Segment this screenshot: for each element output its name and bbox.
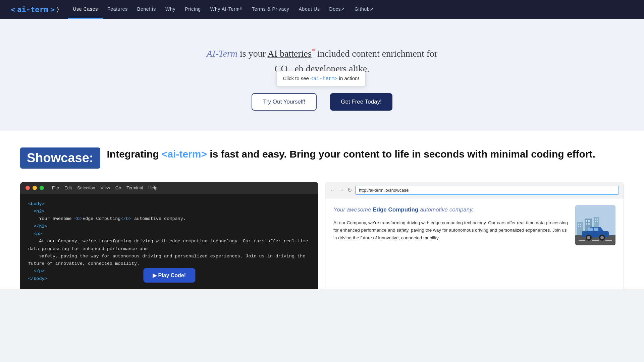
showcase-description: Integrating <ai-term> is fast and easy. … <box>107 147 595 161</box>
dot-yellow[interactable] <box>33 186 37 190</box>
nav-link-pricing[interactable]: Pricing <box>180 0 206 19</box>
navbar: <ai-term> 〉 Use Cases Features Benefits … <box>0 0 644 19</box>
panels-row: File Edit Selection View Go Terminal Hel… <box>20 182 624 289</box>
browser-title-suffix: automotive company. <box>420 206 474 213</box>
logo-bracket-close: > <box>50 5 55 14</box>
svg-rect-12 <box>595 219 596 220</box>
terminal-menu-selection[interactable]: Selection <box>77 185 95 190</box>
showcase-header: Showcase: Integrating <ai-term> is fast … <box>20 147 624 169</box>
tooltip-code: <ai-term> <box>310 75 337 81</box>
svg-rect-18 <box>592 240 599 241</box>
browser-url-input[interactable] <box>355 186 619 195</box>
browser-back-btn[interactable]: ← <box>330 187 335 193</box>
nav-link-terms[interactable]: Terms & Privacy <box>247 0 294 19</box>
get-free-button[interactable]: Get Free Today! <box>330 93 392 111</box>
logo-bracket-open: < <box>11 5 15 14</box>
nav-link-docs[interactable]: Docs↗ <box>325 0 350 19</box>
svg-rect-2 <box>578 224 579 225</box>
hero-asterisk: * <box>312 47 315 55</box>
code-line-1: <body> <box>28 200 310 208</box>
browser-panel: ← → ↻ Your awesome Edge Computing automo… <box>325 182 624 289</box>
svg-rect-13 <box>597 219 598 220</box>
terminal-menu-file[interactable]: File <box>52 185 59 190</box>
svg-rect-19 <box>605 240 612 241</box>
code-line-7: safety, paving the way for autonomous dr… <box>28 253 310 268</box>
tooltip-text-prefix: Click to see <box>283 75 309 81</box>
browser-titlebar: ← → ↻ <box>325 182 624 198</box>
code-line-2: <h2> <box>28 208 310 215</box>
nav-link-benefits[interactable]: Benefits <box>132 0 161 19</box>
terminal-menu-edit[interactable]: Edit <box>64 185 72 190</box>
svg-rect-14 <box>595 221 596 222</box>
svg-point-27 <box>600 236 604 239</box>
hero-tagline: AI-Term is your AI batteries* included c… <box>171 46 473 76</box>
browser-content-title: Your awesome Edge Computing automotive c… <box>333 205 570 215</box>
terminal-panel: File Edit Selection View Go Terminal Hel… <box>20 182 318 289</box>
code-line-3: Your awesome <b>Edge Computing</b> autom… <box>28 215 310 223</box>
play-code-button[interactable]: ▶ Play Code! <box>143 268 195 283</box>
logo-name: ai-term <box>17 5 48 14</box>
nav-logo[interactable]: <ai-term> 〉 <box>11 5 59 14</box>
svg-rect-5 <box>580 226 581 227</box>
terminal-menu-view[interactable]: View <box>101 185 110 190</box>
hero-section: AI-Term is your AI batteries* included c… <box>0 19 644 131</box>
dot-green[interactable] <box>40 186 44 190</box>
browser-body: Your awesome Edge Computing automotive c… <box>325 198 624 252</box>
nav-link-use-cases[interactable]: Use Cases <box>68 0 103 19</box>
svg-rect-15 <box>597 221 598 222</box>
logo-chevron: 〉 <box>57 6 59 13</box>
nav-link-why[interactable]: Why <box>161 0 180 19</box>
tooltip-text-suffix: in action! <box>339 75 359 81</box>
browser-refresh-btn[interactable]: ↻ <box>347 187 352 193</box>
nav-link-github[interactable]: Github↗ <box>350 0 379 19</box>
nav-link-features[interactable]: Features <box>103 0 132 19</box>
terminal-menu-help[interactable]: Help <box>148 185 157 190</box>
terminal-menu: File Edit Selection View Go Terminal Hel… <box>52 185 157 190</box>
svg-rect-22 <box>588 228 593 231</box>
svg-rect-4 <box>578 226 579 227</box>
code-line-6: At our Company, we're transforming drivi… <box>28 238 310 253</box>
svg-rect-9 <box>586 223 587 225</box>
code-line-5: <p> <box>28 230 310 238</box>
svg-rect-23 <box>594 228 598 231</box>
browser-content-text: Your awesome Edge Computing automotive c… <box>333 205 570 245</box>
try-out-button[interactable]: Try Out Yourself! <box>252 93 317 111</box>
hero-aiterm-label: AI-Term <box>207 48 237 59</box>
showcase-aiterm-tag: <ai-term> <box>162 148 207 160</box>
dot-red[interactable] <box>25 186 30 190</box>
hero-buttons: Try Out Yourself! Get Free Today! <box>7 93 637 111</box>
svg-point-25 <box>587 236 590 239</box>
browser-title-highlight: Edge Computing <box>373 206 418 213</box>
svg-rect-3 <box>580 224 581 225</box>
hero-batteries-text: AI batteries <box>267 48 311 59</box>
play-btn-wrapper: ▶ Play Code! <box>143 268 195 283</box>
svg-rect-10 <box>588 223 590 225</box>
tooltip-arrow <box>307 59 312 61</box>
car-svg <box>575 205 615 245</box>
terminal-titlebar: File Edit Selection View Go Terminal Hel… <box>20 182 318 194</box>
browser-forward-btn[interactable]: → <box>339 187 344 193</box>
nav-links: Use Cases Features Benefits Why Pricing … <box>68 0 633 19</box>
nav-link-why-aiterm[interactable]: Why AI-Term® <box>206 0 247 19</box>
tooltip-bubble[interactable]: Click to see <ai-term> in action! <box>276 71 365 86</box>
browser-title-prefix: Your awesome <box>333 206 371 213</box>
code-line-4: </h2> <box>28 223 310 230</box>
browser-body-text: At our Company, we're transforming drivi… <box>333 219 570 242</box>
browser-car-image <box>575 205 615 245</box>
terminal-menu-go[interactable]: Go <box>115 185 121 190</box>
terminal-menu-terminal[interactable]: Terminal <box>126 185 143 190</box>
svg-rect-17 <box>579 240 585 241</box>
svg-rect-7 <box>586 220 587 222</box>
svg-rect-8 <box>588 220 590 222</box>
tooltip-wrapper: Click to see <ai-term> in action! <box>290 61 292 76</box>
showcase-badge: Showcase: <box>20 147 100 169</box>
nav-link-about[interactable]: About Us <box>294 0 324 19</box>
showcase-section: Showcase: Integrating <ai-term> is fast … <box>0 131 644 289</box>
